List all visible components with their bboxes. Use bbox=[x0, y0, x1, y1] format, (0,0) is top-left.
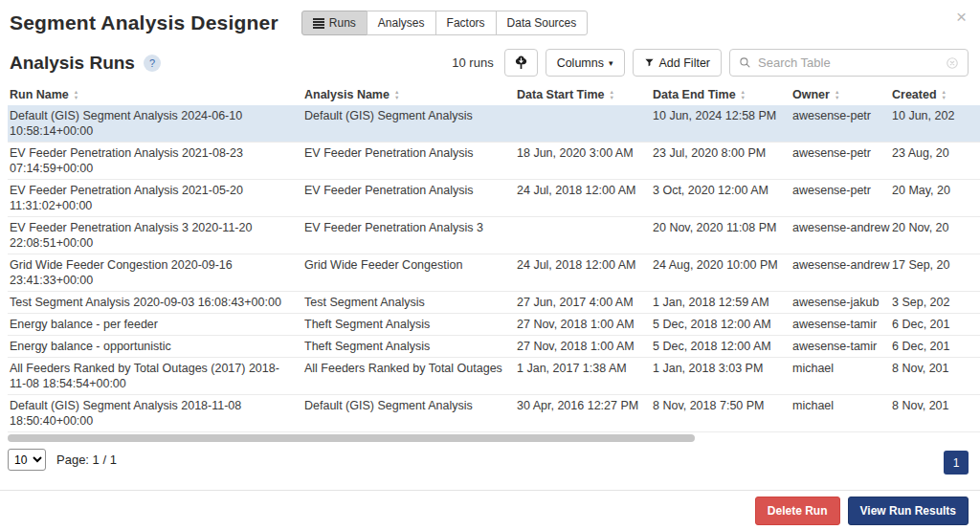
cell-owner: awesense-andrew bbox=[791, 254, 890, 292]
cell-created: 17 Sep, 20 bbox=[890, 254, 980, 292]
filter-funnel-icon bbox=[644, 57, 655, 68]
tree-export-button[interactable] bbox=[504, 49, 538, 77]
page-label: Page: 1 / 1 bbox=[56, 453, 117, 467]
page-size-select[interactable]: 10 bbox=[8, 449, 46, 471]
column-header-label: Created bbox=[892, 88, 937, 101]
cell-data-start: 18 Jun, 2020 3:00 AM bbox=[515, 143, 651, 180]
cell-data-end: 24 Aug, 2020 10:00 PM bbox=[651, 254, 791, 292]
table-row[interactable]: EV Feeder Penetration Analysis 2021-08-2… bbox=[8, 143, 980, 180]
cell-run-name: Grid Wide Feeder Congestion 2020-09-16 2… bbox=[8, 254, 302, 292]
close-icon[interactable]: × bbox=[956, 8, 967, 26]
columns-button-label: Columns bbox=[557, 56, 604, 70]
column-header-label: Run Name bbox=[10, 88, 69, 101]
tab-data-sources-label: Data Sources bbox=[507, 16, 577, 30]
table-row[interactable]: Energy balance - per feederTheft Segment… bbox=[8, 314, 980, 336]
table-row[interactable]: Default (GIS) Segment Analysis 2018-11-0… bbox=[8, 395, 980, 432]
app-header: Segment Analysis Designer Runs Analyses … bbox=[0, 0, 980, 37]
sort-arrows-icon: ▲▼ bbox=[394, 90, 399, 100]
column-header-data-end-time[interactable]: Data End Time▲▼ bbox=[651, 84, 791, 105]
cell-analysis-name: All Feeders Ranked by Total Outages bbox=[302, 358, 515, 395]
cell-created: 20 Nov, 20 bbox=[890, 217, 980, 254]
tab-runs-label: Runs bbox=[329, 16, 356, 30]
help-icon[interactable]: ? bbox=[144, 55, 161, 72]
column-header-data-start-time[interactable]: Data Start Time▲▼ bbox=[515, 84, 651, 105]
cell-run-name: Energy balance - per feeder bbox=[8, 314, 302, 336]
clear-search-icon[interactable] bbox=[946, 56, 959, 70]
view-run-results-button[interactable]: View Run Results bbox=[848, 497, 969, 525]
column-header-label: Owner bbox=[792, 88, 830, 101]
analysis-runs-table: Run Name▲▼Analysis Name▲▼Data Start Time… bbox=[8, 84, 980, 432]
footer-actions: Delete Run View Run Results bbox=[0, 490, 980, 530]
tab-data-sources[interactable]: Data Sources bbox=[496, 11, 589, 35]
cell-data-end: 5 Dec, 2018 12:00 AM bbox=[651, 336, 791, 358]
columns-button[interactable]: Columns ▾ bbox=[546, 49, 625, 77]
add-filter-button[interactable]: Add Filter bbox=[633, 49, 723, 77]
table-row[interactable]: EV Feeder Penetration Analysis 2021-05-2… bbox=[8, 180, 980, 217]
cell-data-end: 5 Dec, 2018 12:00 AM bbox=[651, 314, 791, 336]
cell-created: 8 Nov, 201 bbox=[890, 358, 980, 395]
page-1-button[interactable]: 1 bbox=[944, 451, 969, 475]
cell-data-end: 10 Jun, 2024 12:58 PM bbox=[651, 105, 791, 143]
cell-owner: michael bbox=[791, 395, 890, 432]
add-filter-label: Add Filter bbox=[659, 56, 711, 70]
cell-run-name: Default (GIS) Segment Analysis 2024-06-1… bbox=[8, 105, 302, 143]
cell-created: 3 Sep, 202 bbox=[890, 292, 980, 314]
cell-data-start: 24 Jul, 2018 12:00 AM bbox=[515, 180, 651, 217]
cell-data-start: 27 Jun, 2017 4:00 AM bbox=[515, 292, 651, 314]
column-header-label: Data Start Time bbox=[517, 88, 604, 101]
delete-run-button[interactable]: Delete Run bbox=[755, 497, 840, 525]
cell-created: 6 Dec, 201 bbox=[890, 336, 980, 358]
cell-data-end: 8 Nov, 2018 7:50 PM bbox=[651, 395, 791, 432]
cell-created: 23 Aug, 20 bbox=[890, 143, 980, 180]
tab-analyses[interactable]: Analyses bbox=[367, 11, 436, 35]
table-header-row: Run Name▲▼Analysis Name▲▼Data Start Time… bbox=[8, 84, 980, 105]
tree-download-icon bbox=[513, 55, 529, 71]
table-row[interactable]: Test Segment Analysis 2020-09-03 16:08:4… bbox=[8, 292, 980, 314]
column-header-label: Analysis Name bbox=[304, 88, 390, 101]
runs-count: 10 runs bbox=[452, 55, 493, 70]
column-header-created[interactable]: Created▲▼ bbox=[890, 84, 980, 105]
cell-owner: awesense-petr bbox=[791, 180, 890, 217]
column-header-analysis-name[interactable]: Analysis Name▲▼ bbox=[302, 84, 515, 105]
cell-owner: awesense-tamir bbox=[791, 314, 890, 336]
page-title: Segment Analysis Designer bbox=[10, 11, 278, 34]
sort-arrows-icon: ▲▼ bbox=[609, 90, 613, 100]
cell-data-start: 27 Nov, 2018 1:00 AM bbox=[515, 314, 651, 336]
cell-data-start bbox=[515, 217, 651, 254]
horizontal-scrollbar bbox=[8, 434, 972, 442]
tab-factors[interactable]: Factors bbox=[435, 11, 497, 35]
table-row[interactable]: EV Feeder Penetration Analysis 3 2020-11… bbox=[8, 217, 980, 254]
cell-owner: michael bbox=[791, 358, 890, 395]
table-row[interactable]: Energy balance - opportunisticTheft Segm… bbox=[8, 336, 980, 358]
column-header-run-name[interactable]: Run Name▲▼ bbox=[8, 84, 302, 105]
pager-row: 10 Page: 1 / 1 bbox=[0, 442, 980, 471]
cell-analysis-name: EV Feeder Penetration Analysis bbox=[302, 180, 515, 217]
cell-run-name: EV Feeder Penetration Analysis 2021-08-2… bbox=[8, 143, 302, 180]
column-header-label: Data End Time bbox=[653, 88, 736, 101]
table-row[interactable]: All Feeders Ranked by Total Outages (201… bbox=[8, 358, 980, 395]
table-row[interactable]: Default (GIS) Segment Analysis 2024-06-1… bbox=[8, 105, 980, 143]
chevron-down-icon: ▾ bbox=[609, 58, 613, 68]
horizontal-scrollbar-thumb[interactable] bbox=[8, 434, 695, 442]
tab-runs[interactable]: Runs bbox=[301, 11, 368, 35]
cell-run-name: EV Feeder Penetration Analysis 2021-05-2… bbox=[8, 180, 302, 217]
tab-analyses-label: Analyses bbox=[378, 16, 425, 30]
section-toolbar: Analysis Runs ? 10 runs Columns ▾ Add Fi… bbox=[0, 37, 980, 84]
sort-arrows-icon: ▲▼ bbox=[835, 90, 839, 100]
cell-created: 6 Dec, 201 bbox=[890, 314, 980, 336]
cell-data-end: 1 Jan, 2018 3:03 PM bbox=[651, 358, 791, 395]
column-header-owner[interactable]: Owner▲▼ bbox=[791, 84, 890, 105]
cell-owner: awesense-andrew bbox=[791, 217, 890, 254]
cell-owner: awesense-petr bbox=[791, 143, 890, 180]
cell-owner: awesense-tamir bbox=[791, 336, 890, 358]
cell-analysis-name: EV Feeder Penetration Analysis bbox=[302, 143, 515, 180]
cell-data-end: 1 Jan, 2018 12:59 AM bbox=[651, 292, 791, 314]
cell-run-name: Energy balance - opportunistic bbox=[8, 336, 302, 358]
table-row[interactable]: Grid Wide Feeder Congestion 2020-09-16 2… bbox=[8, 254, 980, 292]
cell-created: 20 May, 20 bbox=[890, 180, 980, 217]
cell-data-end: 20 Nov, 2020 11:08 PM bbox=[651, 217, 791, 254]
search-box bbox=[729, 49, 969, 77]
search-input[interactable] bbox=[758, 55, 939, 70]
cell-analysis-name: Theft Segment Analysis bbox=[302, 336, 515, 358]
cell-run-name: EV Feeder Penetration Analysis 3 2020-11… bbox=[8, 217, 302, 254]
